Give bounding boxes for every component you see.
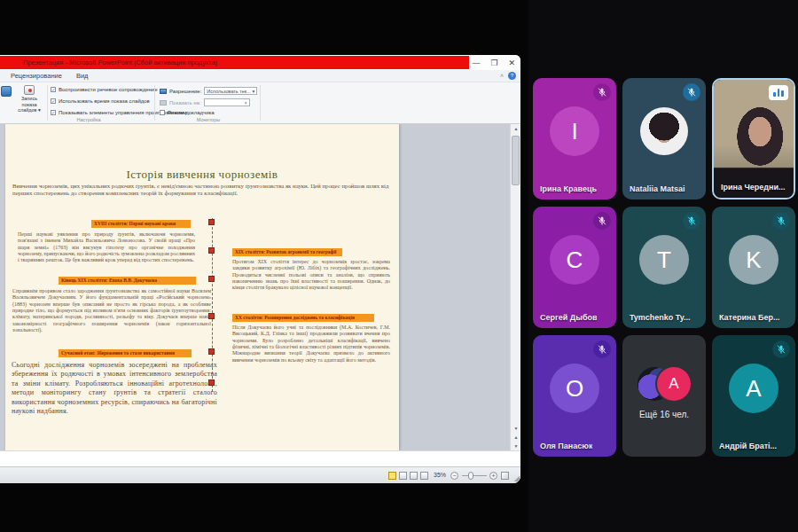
timeline-marker — [208, 313, 215, 319]
timeline-marker — [208, 348, 215, 355]
section-header-dokuchaev-era: Кінець XIX століття: Епоха В.В. Докучаєв… — [59, 277, 196, 285]
screen-share-region: Презентация - Microsoft PowerPoint (Сбой… — [0, 0, 528, 532]
section-header-18th-century: XVIII століття: Перші наукові кроки — [91, 220, 191, 228]
checkbox-play-narrations[interactable]: ✓ Воспроизвести речевое сопровождение — [51, 87, 158, 92]
slide-canvas: Історія вивчення чорноземів Вивчення чор… — [0, 124, 510, 450]
collapse-ribbon-icon[interactable]: ˄ — [500, 73, 504, 79]
ribbon-slideshow: Запись показа слайдов ▾ ✓ Воспроизвести … — [0, 82, 520, 124]
mic-muted-icon — [593, 212, 611, 230]
participant-tile[interactable]: O Оля Панасюк — [533, 335, 616, 457]
section-body-19th-century: Протягом XIX століття інтерес до чорнозе… — [232, 259, 390, 292]
participant-initial: С — [567, 246, 583, 274]
status-bar: 35% − + ◢ — [0, 466, 520, 483]
show-on-dropdown: ▾ — [204, 98, 250, 106]
title-bar: Презентация - Microsoft PowerPoint (Сбой… — [0, 55, 520, 70]
initial-circle: O — [550, 364, 599, 413]
participant-name: Ірина Кравець — [540, 184, 597, 193]
participant-tile[interactable]: Nataliia Matsai — [622, 78, 706, 200]
scroll-down-icon[interactable]: ▼ — [511, 424, 520, 433]
slideshow-view-button[interactable] — [420, 472, 428, 480]
participant-name: Nataliia Matsai — [630, 184, 685, 193]
resolution-label: Разрешение: — [169, 89, 201, 94]
checkbox-checked-icon: ✓ — [51, 87, 56, 92]
window-title: Презентация - Microsoft PowerPoint (Сбой… — [0, 56, 469, 69]
resolution-dropdown[interactable]: Использовать тек... ▾ — [204, 87, 257, 95]
initial-circle: С — [550, 235, 599, 285]
participant-initial: A — [669, 375, 678, 393]
overflow-count-label: Ещё 16 чел. — [622, 410, 706, 419]
zoom-slider-handle[interactable] — [468, 472, 473, 480]
setup-slideshow-button[interactable] — [1, 86, 12, 97]
participant-tile[interactable]: T Tymchenko Ty... — [622, 207, 706, 328]
dropdown-caret-icon: ▾ — [253, 88, 255, 94]
overflow-participants-tile[interactable]: A Ещё 16 чел. — [622, 335, 706, 457]
participant-tile-speaking[interactable]: Ірина Чередни... — [712, 78, 795, 200]
mic-muted-icon — [683, 212, 700, 230]
section-body-modern-stage: Сьогодні дослідження чорноземів зосередж… — [12, 361, 217, 416]
participant-tile[interactable]: С Сергей Дыбов — [533, 207, 616, 328]
resize-grip-icon[interactable]: ◢ — [514, 474, 520, 482]
initial-circle: T — [639, 235, 689, 285]
scroll-up-icon[interactable]: ▲ — [511, 124, 520, 133]
timeline-marker — [208, 247, 215, 254]
zoom-in-button[interactable]: + — [489, 472, 497, 480]
participant-initial: A — [746, 375, 761, 403]
participant-tile[interactable]: I Ірина Кравець — [533, 78, 616, 200]
zoom-out-button[interactable]: − — [450, 472, 458, 480]
minimize-button[interactable]: — — [472, 59, 480, 67]
initial-circle: K — [729, 235, 778, 285]
section-header-19th-century: XIX століття: Розвиток агрономії та геог… — [232, 248, 342, 256]
powerpoint-window: Презентация - Microsoft PowerPoint (Сбой… — [0, 55, 520, 483]
reading-view-button[interactable] — [410, 472, 418, 480]
ribbon-tab-row: Рецензирование Вид ˄ ? — [0, 70, 520, 82]
checkbox-use-timings[interactable]: ✓ Использовать время показа слайдов — [51, 98, 150, 104]
timeline-line — [212, 218, 213, 392]
checkbox-presenter-view[interactable]: Режим докладчика — [160, 110, 215, 115]
next-slide-icon[interactable]: ▼ — [511, 442, 520, 450]
help-icon[interactable]: ? — [508, 72, 516, 80]
group-label-setup: Настройка — [35, 117, 142, 122]
timeline-marker — [208, 219, 215, 225]
mic-muted-icon — [593, 83, 611, 101]
dropdown-caret-icon: ▾ — [38, 107, 41, 113]
participant-tile[interactable]: K Катерина Бер... — [712, 207, 795, 328]
mic-muted-icon — [593, 340, 611, 358]
participant-name: Оля Панасюк — [540, 442, 592, 450]
zoom-level: 35% — [434, 472, 446, 478]
participant-initial: T — [657, 246, 671, 274]
restore-button[interactable]: ❐ — [490, 59, 497, 67]
close-button[interactable]: ✕ — [508, 59, 515, 67]
tab-review[interactable]: Рецензирование — [11, 70, 62, 82]
participant-initial: K — [746, 246, 761, 274]
checkbox-unchecked-icon — [160, 110, 165, 115]
slide-intro-paragraph: Вивчення чорноземів, цих унікальних родю… — [12, 183, 394, 198]
participant-name: Сергей Дыбов — [540, 313, 597, 322]
avatar: A — [657, 367, 691, 401]
participant-name: Ірина Чередни... — [721, 183, 786, 192]
section-body-20th-century: Після Докучаєва його учні та послідовник… — [232, 325, 390, 364]
tab-view[interactable]: Вид — [76, 70, 89, 82]
avatar — [640, 107, 688, 155]
normal-view-button[interactable] — [388, 472, 396, 480]
fit-to-window-button[interactable] — [501, 472, 509, 480]
zoom-slider-track[interactable] — [462, 475, 487, 476]
slide-sorter-view-button[interactable] — [399, 472, 407, 480]
participant-initial: O — [566, 375, 583, 403]
checkbox-checked-icon: ✓ — [51, 110, 56, 115]
timeline-marker — [208, 379, 215, 386]
section-body-dokuchaev-era: Справжнім проривом стало зародження ґрун… — [12, 288, 211, 333]
participant-tile[interactable]: A Андрій Браті... — [712, 335, 795, 457]
mic-muted-icon — [683, 83, 700, 101]
vertical-scrollbar[interactable]: ▲ ▼ ▲ ▼ — [510, 124, 520, 450]
scrollbar-thumb[interactable] — [512, 136, 520, 185]
section-header-modern-stage: Сучасний етап: Збереження та стале викор… — [59, 349, 192, 357]
participant-name: Катерина Бер... — [719, 313, 779, 322]
participants-grid: I Ірина Кравець Nataliia Matsai Ірина Че… — [533, 78, 795, 457]
notes-pane[interactable] — [0, 450, 520, 466]
timeline-marker — [208, 276, 215, 282]
previous-slide-icon[interactable]: ▲ — [511, 433, 520, 442]
participant-initial: I — [571, 118, 577, 145]
checkbox-checked-icon: ✓ — [51, 98, 56, 104]
slide-title: Історія вивчення чорноземів — [5, 168, 399, 182]
record-slideshow-button[interactable]: Запись показа слайдов ▾ — [13, 84, 45, 121]
